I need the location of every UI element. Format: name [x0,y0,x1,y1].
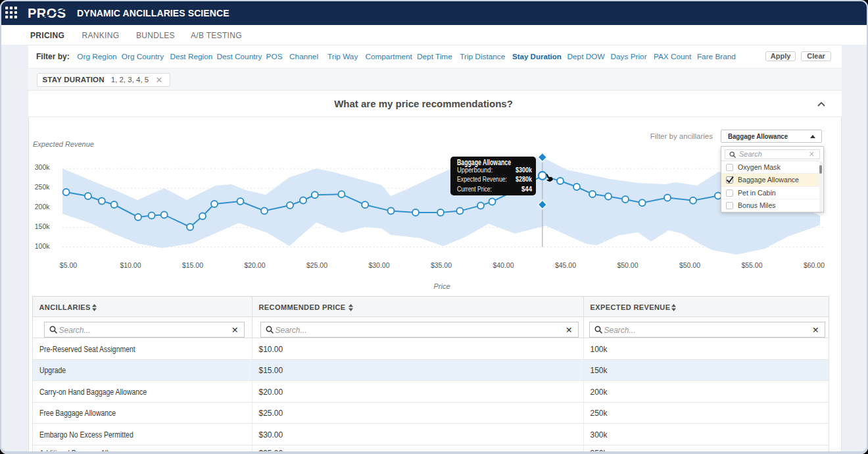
svg-text:Expected Revenue:: Expected Revenue: [457,175,507,183]
svg-text:$10.00: $10.00 [120,261,141,269]
svg-text:$60.00: $60.00 [804,261,825,269]
svg-text:Current Price:: Current Price: [457,185,492,193]
svg-text:$20.00: $20.00 [244,261,265,269]
svg-text:Price: Price [433,282,450,290]
svg-text:$50.00: $50.00 [617,261,638,269]
svg-text:$280k: $280k [516,175,532,183]
svg-text:$45.00: $45.00 [555,261,576,269]
svg-text:$40.00: $40.00 [493,261,514,269]
svg-text:150k: 150k [35,222,51,230]
svg-text:$300k: $300k [516,166,532,174]
svg-text:100k: 100k [35,242,51,250]
svg-text:$5.00: $5.00 [60,261,77,269]
svg-text:$55.00: $55.00 [741,261,762,269]
svg-text:$25.00: $25.00 [306,261,327,269]
svg-text:300k: 300k [35,163,51,171]
svg-text:PROS: PROS [28,6,66,20]
svg-text:200k: 200k [35,203,51,211]
svg-text:250k: 250k [35,183,51,191]
svg-text:Expected Revenue: Expected Revenue [33,140,94,148]
svg-text:$35.00: $35.00 [431,261,452,269]
svg-text:$15.00: $15.00 [182,261,203,269]
svg-text:$44: $44 [521,185,533,193]
svg-text:$30.00: $30.00 [368,261,389,269]
svg-text:Upperbound:: Upperbound: [457,166,493,174]
svg-text:$50.00: $50.00 [679,261,700,269]
